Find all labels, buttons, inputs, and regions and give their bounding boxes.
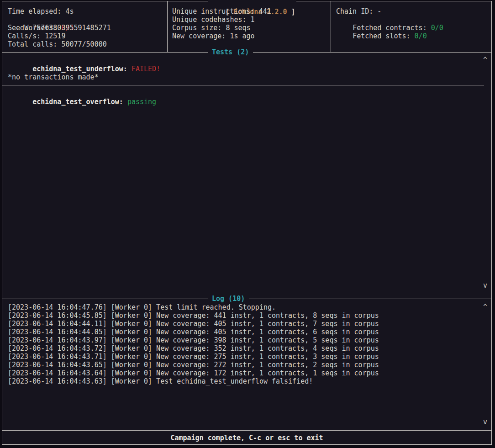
tests-scroll-up-icon[interactable]: ^ [483,56,487,64]
stat-total-calls: Total calls: 50077/50000 [8,40,107,48]
test-item-divider [2,85,484,85]
echidna-terminal: [ Echidna 2.2.0 ] Time elapsed: 4s Worke… [0,0,495,448]
log-entry: [2023-06-14 16:04:44.05] [Worker 0] New … [8,328,379,336]
stat-unique-codehashes: Unique codehashes: 1 [172,16,255,24]
test-overflow-name: echidna_test_overflow: [32,98,127,106]
stat-fetched-slots-label: Fetched slots: [353,32,414,40]
stat-fetched-slots: Fetched slots: 0/0 [336,24,427,48]
log-section-title: Log (10) [208,295,249,303]
stat-corpus-size: Corpus size: 8 seqs [172,24,251,32]
title-bracket-close: ] [287,8,295,16]
stat-time-elapsed: Time elapsed: 4s [8,7,74,16]
log-entry: [2023-06-14 16:04:47.76] [Worker 0] Test… [8,303,276,311]
stat-chain-id: Chain ID: - [336,7,381,16]
stat-fetched-contracts-value: 0/0 [431,24,443,32]
log-entry: [2023-06-14 16:04:43.63] [Worker 0] Test… [8,377,313,385]
log-entry: [2023-06-14 16:04:43.97] [Worker 0] New … [8,336,379,344]
stats-divider-1 [167,1,168,52]
log-entry: [2023-06-14 16:04:43.72] [Worker 0] New … [8,344,379,353]
log-entry: [2023-06-14 16:04:44.11] [Worker 0] New … [8,320,379,328]
test-underflow-note: *no transactions made* [8,73,99,81]
log-scroll-up-icon[interactable]: ^ [483,303,487,311]
tests-scroll-down-icon[interactable]: v [483,281,487,290]
log-entry: [2023-06-14 16:04:43.71] [Worker 0] New … [8,353,379,361]
test-overflow-row: echidna_test_overflow: passing [8,90,156,114]
tests-section-title: Tests (2) [208,48,253,56]
stat-fetched-slots-value: 0/0 [415,32,427,40]
log-scroll-down-icon[interactable]: v [483,418,487,426]
statusbar-border [2,430,492,431]
test-underflow-name: echidna_test_underflow: [32,65,132,73]
log-entry: [2023-06-14 16:04:45.85] [Worker 0] New … [8,311,379,320]
status-bar-message: Campaign complete, C-c or esc to exit [2,434,491,442]
log-entry: [2023-06-14 16:04:43.64] [Worker 0] New … [8,369,379,377]
log-entry: [2023-06-14 16:04:43.65] [Worker 0] New … [8,361,379,369]
test-underflow-status: FAILED! [132,65,160,73]
stat-unique-instructions: Unique instructions: 441 [172,7,271,16]
test-overflow-status: passing [127,98,156,106]
stat-calls-per-second: Calls/s: 12519 [8,32,65,40]
stats-divider-2 [331,1,331,52]
stat-new-coverage: New coverage: 1s ago [172,32,255,40]
stat-seed: Seed: 7576380395591485271 [8,24,111,32]
